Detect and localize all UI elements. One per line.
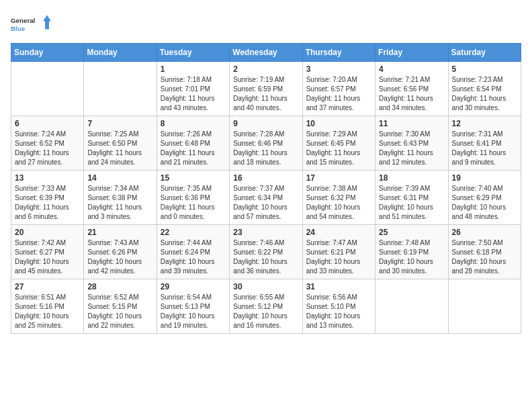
calendar-cell: 26Sunrise: 7:50 AM Sunset: 6:18 PM Dayli… bbox=[448, 225, 521, 279]
calendar-cell: 30Sunrise: 6:55 AM Sunset: 5:12 PM Dayli… bbox=[230, 279, 302, 334]
day-info: Sunrise: 7:40 AM Sunset: 6:29 PM Dayligh… bbox=[452, 184, 517, 222]
svg-text:Blue: Blue bbox=[11, 25, 26, 32]
calendar-week-5: 27Sunrise: 6:51 AM Sunset: 5:16 PM Dayli… bbox=[11, 279, 521, 334]
day-info: Sunrise: 6:52 AM Sunset: 5:15 PM Dayligh… bbox=[87, 293, 152, 330]
calendar-cell: 13Sunrise: 7:33 AM Sunset: 6:39 PM Dayli… bbox=[11, 171, 84, 225]
day-info: Sunrise: 7:47 AM Sunset: 6:21 PM Dayligh… bbox=[306, 238, 371, 276]
day-number: 7 bbox=[87, 119, 152, 128]
day-info: Sunrise: 7:24 AM Sunset: 6:52 PM Dayligh… bbox=[15, 130, 80, 167]
calendar-cell: 2Sunrise: 7:19 AM Sunset: 6:59 PM Daylig… bbox=[230, 62, 302, 116]
day-number: 9 bbox=[233, 119, 298, 128]
day-header-friday: Friday bbox=[375, 44, 448, 62]
calendar-week-2: 6Sunrise: 7:24 AM Sunset: 6:52 PM Daylig… bbox=[11, 116, 521, 171]
day-number: 17 bbox=[306, 173, 371, 183]
calendar-cell: 20Sunrise: 7:42 AM Sunset: 6:27 PM Dayli… bbox=[11, 225, 84, 279]
day-info: Sunrise: 7:28 AM Sunset: 6:46 PM Dayligh… bbox=[233, 130, 298, 167]
day-info: Sunrise: 7:42 AM Sunset: 6:27 PM Dayligh… bbox=[15, 238, 80, 276]
svg-text:General: General bbox=[11, 17, 36, 24]
calendar-cell: 15Sunrise: 7:35 AM Sunset: 6:36 PM Dayli… bbox=[157, 171, 229, 225]
day-number: 19 bbox=[452, 173, 517, 183]
day-info: Sunrise: 7:38 AM Sunset: 6:32 PM Dayligh… bbox=[306, 184, 371, 222]
calendar-cell: 6Sunrise: 7:24 AM Sunset: 6:52 PM Daylig… bbox=[11, 116, 84, 171]
day-number: 22 bbox=[161, 228, 226, 237]
logo-svg: General Blue bbox=[11, 11, 51, 38]
calendar-cell: 16Sunrise: 7:37 AM Sunset: 6:34 PM Dayli… bbox=[230, 171, 302, 225]
day-number: 25 bbox=[379, 228, 444, 237]
day-number: 28 bbox=[87, 282, 152, 291]
day-number: 31 bbox=[306, 282, 371, 291]
calendar-cell: 19Sunrise: 7:40 AM Sunset: 6:29 PM Dayli… bbox=[448, 171, 521, 225]
day-info: Sunrise: 7:34 AM Sunset: 6:38 PM Dayligh… bbox=[87, 184, 152, 222]
day-info: Sunrise: 7:19 AM Sunset: 6:59 PM Dayligh… bbox=[233, 75, 298, 113]
day-number: 30 bbox=[233, 282, 298, 291]
day-info: Sunrise: 7:33 AM Sunset: 6:39 PM Dayligh… bbox=[15, 184, 80, 222]
calendar-cell: 3Sunrise: 7:20 AM Sunset: 6:57 PM Daylig… bbox=[302, 62, 375, 116]
calendar-week-3: 13Sunrise: 7:33 AM Sunset: 6:39 PM Dayli… bbox=[11, 171, 521, 225]
day-info: Sunrise: 7:43 AM Sunset: 6:26 PM Dayligh… bbox=[87, 238, 152, 276]
calendar-cell: 25Sunrise: 7:48 AM Sunset: 6:19 PM Dayli… bbox=[375, 225, 448, 279]
calendar-cell: 5Sunrise: 7:23 AM Sunset: 6:54 PM Daylig… bbox=[448, 62, 521, 116]
calendar-cell bbox=[84, 62, 157, 116]
day-info: Sunrise: 7:46 AM Sunset: 6:22 PM Dayligh… bbox=[233, 238, 298, 276]
calendar-cell: 9Sunrise: 7:28 AM Sunset: 6:46 PM Daylig… bbox=[230, 116, 302, 171]
calendar-table: SundayMondayTuesdayWednesdayThursdayFrid… bbox=[11, 43, 521, 334]
day-number: 29 bbox=[161, 282, 226, 291]
day-header-monday: Monday bbox=[84, 44, 157, 62]
day-number: 20 bbox=[15, 228, 80, 237]
calendar-week-4: 20Sunrise: 7:42 AM Sunset: 6:27 PM Dayli… bbox=[11, 225, 521, 279]
day-number: 5 bbox=[452, 64, 517, 74]
calendar-cell: 21Sunrise: 7:43 AM Sunset: 6:26 PM Dayli… bbox=[84, 225, 157, 279]
calendar-cell: 23Sunrise: 7:46 AM Sunset: 6:22 PM Dayli… bbox=[230, 225, 302, 279]
day-number: 8 bbox=[161, 119, 226, 128]
day-info: Sunrise: 7:50 AM Sunset: 6:18 PM Dayligh… bbox=[452, 238, 517, 276]
day-number: 14 bbox=[87, 173, 152, 183]
calendar-body: 1Sunrise: 7:18 AM Sunset: 7:01 PM Daylig… bbox=[11, 62, 521, 334]
day-info: Sunrise: 7:39 AM Sunset: 6:31 PM Dayligh… bbox=[379, 184, 444, 222]
day-number: 2 bbox=[233, 64, 298, 74]
day-number: 23 bbox=[233, 228, 298, 237]
calendar-cell: 31Sunrise: 6:56 AM Sunset: 5:10 PM Dayli… bbox=[302, 279, 375, 334]
day-info: Sunrise: 7:23 AM Sunset: 6:54 PM Dayligh… bbox=[452, 75, 517, 113]
day-number: 6 bbox=[15, 119, 80, 128]
day-number: 21 bbox=[87, 228, 152, 237]
day-number: 16 bbox=[233, 173, 298, 183]
day-info: Sunrise: 7:31 AM Sunset: 6:41 PM Dayligh… bbox=[452, 130, 517, 167]
day-info: Sunrise: 7:44 AM Sunset: 6:24 PM Dayligh… bbox=[161, 238, 226, 276]
calendar-cell: 14Sunrise: 7:34 AM Sunset: 6:38 PM Dayli… bbox=[84, 171, 157, 225]
day-number: 13 bbox=[15, 173, 80, 183]
calendar-cell: 7Sunrise: 7:25 AM Sunset: 6:50 PM Daylig… bbox=[84, 116, 157, 171]
calendar-cell: 10Sunrise: 7:29 AM Sunset: 6:45 PM Dayli… bbox=[302, 116, 375, 171]
header: General Blue bbox=[11, 11, 521, 38]
day-number: 12 bbox=[452, 119, 517, 128]
calendar-cell: 28Sunrise: 6:52 AM Sunset: 5:15 PM Dayli… bbox=[84, 279, 157, 334]
day-number: 18 bbox=[379, 173, 444, 183]
calendar-cell: 29Sunrise: 6:54 AM Sunset: 5:13 PM Dayli… bbox=[157, 279, 229, 334]
day-info: Sunrise: 7:37 AM Sunset: 6:34 PM Dayligh… bbox=[233, 184, 298, 222]
svg-marker-2 bbox=[43, 15, 51, 30]
calendar-cell: 18Sunrise: 7:39 AM Sunset: 6:31 PM Dayli… bbox=[375, 171, 448, 225]
day-number: 15 bbox=[161, 173, 226, 183]
calendar-cell bbox=[11, 62, 84, 116]
day-info: Sunrise: 7:18 AM Sunset: 7:01 PM Dayligh… bbox=[161, 75, 226, 113]
calendar-cell bbox=[375, 279, 448, 334]
day-info: Sunrise: 6:54 AM Sunset: 5:13 PM Dayligh… bbox=[161, 293, 226, 330]
day-info: Sunrise: 6:55 AM Sunset: 5:12 PM Dayligh… bbox=[233, 293, 298, 330]
calendar-cell: 24Sunrise: 7:47 AM Sunset: 6:21 PM Dayli… bbox=[302, 225, 375, 279]
day-header-sunday: Sunday bbox=[11, 44, 84, 62]
day-number: 1 bbox=[161, 64, 226, 74]
day-header-saturday: Saturday bbox=[448, 44, 521, 62]
day-number: 4 bbox=[379, 64, 444, 74]
calendar-cell: 17Sunrise: 7:38 AM Sunset: 6:32 PM Dayli… bbox=[302, 171, 375, 225]
day-info: Sunrise: 7:25 AM Sunset: 6:50 PM Dayligh… bbox=[87, 130, 152, 167]
day-header-thursday: Thursday bbox=[302, 44, 375, 62]
day-info: Sunrise: 7:29 AM Sunset: 6:45 PM Dayligh… bbox=[306, 130, 371, 167]
day-number: 10 bbox=[306, 119, 371, 128]
calendar-cell: 27Sunrise: 6:51 AM Sunset: 5:16 PM Dayli… bbox=[11, 279, 84, 334]
day-number: 11 bbox=[379, 119, 444, 128]
calendar-cell: 12Sunrise: 7:31 AM Sunset: 6:41 PM Dayli… bbox=[448, 116, 521, 171]
day-info: Sunrise: 7:21 AM Sunset: 6:56 PM Dayligh… bbox=[379, 75, 444, 113]
calendar-cell: 22Sunrise: 7:44 AM Sunset: 6:24 PM Dayli… bbox=[157, 225, 229, 279]
calendar-cell: 1Sunrise: 7:18 AM Sunset: 7:01 PM Daylig… bbox=[157, 62, 229, 116]
day-number: 24 bbox=[306, 228, 371, 237]
calendar-cell: 8Sunrise: 7:26 AM Sunset: 6:48 PM Daylig… bbox=[157, 116, 229, 171]
